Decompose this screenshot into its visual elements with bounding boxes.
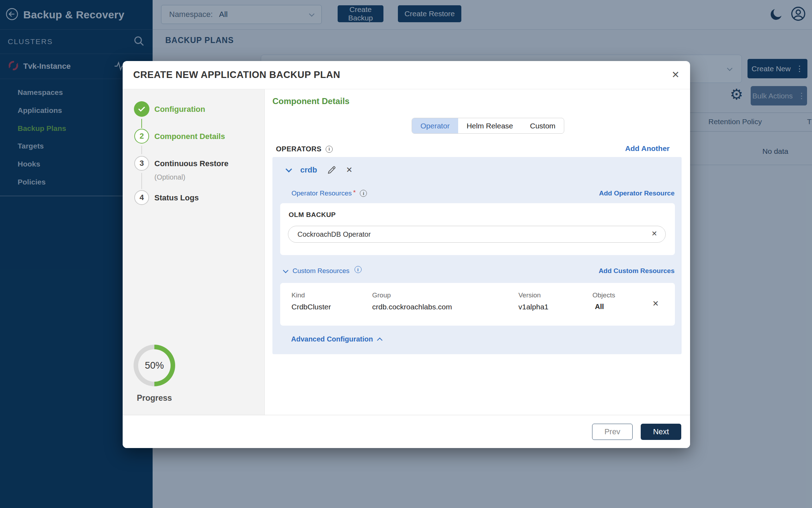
step-status-logs-circle[interactable]: 4 [134,190,149,205]
component-type-tabs: Operator Helm Release Custom [412,118,564,134]
cell-version: v1alpha1 [518,303,548,311]
operators-section-label: OPERATORS i [276,145,333,153]
edit-pencil-icon[interactable] [326,165,337,175]
custom-resource-card: Kind Group Version Objects CrdbCluster c… [280,283,675,326]
remove-custom-resource-icon[interactable]: ✕ [652,300,659,308]
operator-resources-row: Operator Resources * i Add Operator Reso… [291,189,675,197]
operator-resources-label: Operator Resources * [291,189,356,197]
col-objects: Objects [592,291,615,299]
remove-operator-icon[interactable]: ✕ [346,166,352,174]
modal-header: CREATE NEW APPLICATION BACKUP PLAN ✕ [123,61,690,89]
prev-button[interactable]: Prev [592,424,633,440]
next-button[interactable]: Next [641,424,681,440]
step-configuration-label[interactable]: Configuration [154,105,205,114]
step-content: Component Details Operator Helm Release … [265,89,690,415]
add-another-link[interactable]: Add Another [625,144,670,153]
wizard-stepper: Configuration 2 Component Details 3 Cont… [123,89,265,415]
modal-body: Configuration 2 Component Details 3 Cont… [123,89,690,415]
step-component-details-circle[interactable]: 2 [134,129,149,144]
step-continuous-restore-circle[interactable]: 3 [134,156,149,171]
progress-percent: 50% [138,349,171,382]
cell-group: crdb.cockroachlabs.com [372,303,452,311]
cell-kind: CrdbCluster [291,303,331,311]
progress-ring: 50% [134,345,175,386]
olm-backup-card: OLM BACKUP ✕ [280,203,675,255]
chevron-down-icon[interactable] [283,267,289,273]
step-connector [141,146,142,154]
step-continuous-restore-optional: (Optional) [154,173,185,181]
required-asterisk: * [353,189,356,195]
step-continuous-restore-label[interactable]: Continuous Restore [154,159,228,168]
tab-helm-release[interactable]: Helm Release [458,118,522,133]
custom-resources-row: Custom Resources i Add Custom Resources [284,267,675,275]
add-operator-resource-link[interactable]: Add Operator Resource [599,189,675,197]
check-icon [137,104,146,114]
step-component-details-label[interactable]: Component Details [154,132,225,141]
col-kind: Kind [291,291,305,299]
step-configuration-circle[interactable] [134,101,149,117]
create-backup-plan-modal: CREATE NEW APPLICATION BACKUP PLAN ✕ Con… [123,61,690,448]
tab-custom[interactable]: Custom [522,118,564,133]
olm-backup-title: OLM BACKUP [289,211,336,219]
operator-resource-input[interactable] [288,226,666,243]
tab-operator[interactable]: Operator [412,118,458,133]
operator-header-row: crdb ✕ [287,165,352,175]
progress-label: Progress [134,393,175,403]
advanced-configuration-toggle[interactable]: Advanced Configuration [291,335,382,343]
chevron-down-icon[interactable] [285,166,292,172]
step-connector [141,173,142,189]
info-icon[interactable]: i [355,266,362,273]
info-icon[interactable]: i [326,146,333,153]
modal-footer: Prev Next [123,415,690,448]
add-custom-resources-link[interactable]: Add Custom Resources [599,267,675,275]
info-icon[interactable]: i [360,190,367,197]
clear-input-icon[interactable]: ✕ [651,230,657,237]
cell-objects-all-link[interactable]: All [595,303,604,311]
col-group: Group [372,291,391,299]
step-connector [141,119,142,128]
content-heading: Component Details [272,96,350,106]
operator-panel: crdb ✕ Operator Resources * i [272,157,682,354]
custom-resources-label: Custom Resources [293,267,350,275]
chevron-up-icon [377,338,383,343]
col-version: Version [518,291,541,299]
step-status-logs-label[interactable]: Status Logs [154,193,199,202]
close-icon[interactable]: ✕ [671,70,679,80]
operator-name[interactable]: crdb [300,165,317,175]
modal-title: CREATE NEW APPLICATION BACKUP PLAN [133,69,340,80]
